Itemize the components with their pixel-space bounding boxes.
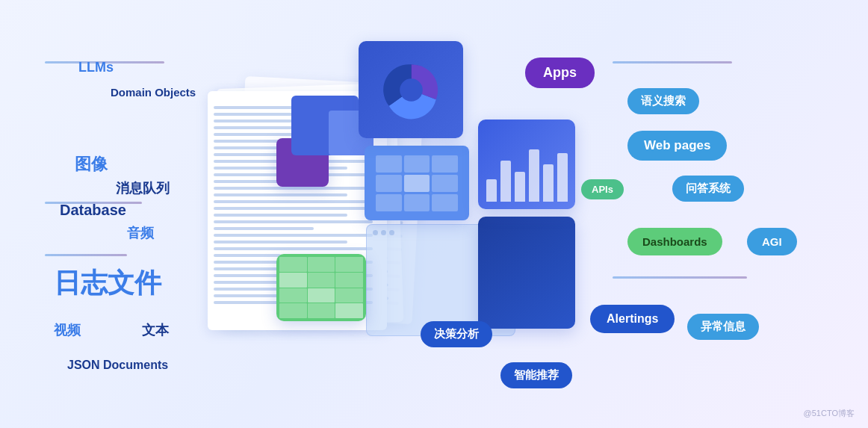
bar-6 (557, 153, 568, 202)
badge-apps: Apps (525, 58, 595, 88)
label-image: 图像 (75, 153, 108, 176)
badge-decision-analysis: 决策分析 (421, 321, 492, 347)
label-llms: LLMs (78, 60, 114, 75)
bar-3 (515, 172, 525, 202)
label-domain-objects: Domain Objects (111, 86, 196, 99)
large-dark-card (478, 217, 575, 329)
pie-chart (379, 58, 443, 122)
blueprint-grid (376, 155, 458, 211)
pie-chart-card (359, 41, 463, 138)
decorative-line-5 (613, 276, 747, 279)
table-card (276, 254, 366, 321)
badge-alertings: Alertings (590, 305, 675, 333)
label-json-documents: JSON Documents (67, 359, 168, 372)
decorative-line-4 (613, 61, 732, 63)
label-log-files: 日志文件 (54, 265, 161, 302)
window-dot-3 (389, 230, 394, 235)
bar-4 (529, 149, 539, 202)
badge-web-pages: Web pages (627, 131, 727, 161)
badge-smart-recommend: 智能推荐 (500, 362, 572, 388)
bar-2 (500, 161, 511, 202)
svg-point-1 (400, 78, 423, 102)
badge-dashboards: Dashboards (627, 228, 722, 255)
watermark: @51CTO博客 (804, 408, 855, 419)
bar-5 (543, 164, 554, 202)
label-audio: 音频 (127, 224, 154, 242)
label-message-queue: 消息队列 (116, 179, 170, 197)
decorative-line-3 (45, 254, 127, 256)
badge-qa-system: 问答系统 (672, 176, 744, 202)
badge-anomaly-info: 异常信息 (687, 314, 759, 340)
label-database: Database (60, 202, 126, 219)
window-dot-2 (381, 230, 386, 235)
badge-semantic-search: 语义搜索 (627, 88, 699, 114)
blueprint-card (365, 146, 469, 220)
badge-apis: APIs (581, 179, 624, 199)
window-dot-1 (373, 230, 378, 235)
badge-agi: AGI (747, 228, 797, 255)
bar-chart-card (478, 120, 575, 209)
label-video: 视频 (54, 321, 81, 339)
bar-1 (486, 179, 497, 202)
label-text: 文本 (142, 321, 169, 339)
